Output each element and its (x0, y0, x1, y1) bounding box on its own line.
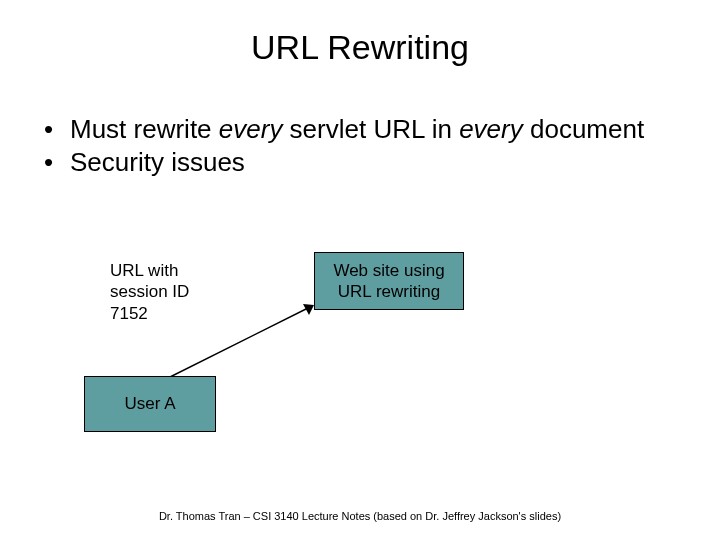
bullet-marker: • (44, 146, 70, 179)
text-fragment: Must rewrite (70, 114, 219, 144)
bullet-item: • Security issues (44, 146, 676, 179)
text-fragment: document (523, 114, 644, 144)
bullet-item: • Must rewrite every servlet URL in ever… (44, 113, 676, 146)
bullet-text: Must rewrite every servlet URL in every … (70, 113, 676, 146)
diagram: URL withsession ID7152 Web site usingURL… (0, 252, 720, 492)
bullet-list: • Must rewrite every servlet URL in ever… (44, 113, 676, 178)
slide-title: URL Rewriting (0, 28, 720, 67)
url-session-label: URL withsession ID7152 (110, 260, 189, 324)
bullet-marker: • (44, 113, 70, 146)
text-emphasis: every (459, 114, 523, 144)
user-box: User A (84, 376, 216, 432)
slide-footer: Dr. Thomas Tran – CSI 3140 Lecture Notes… (0, 510, 720, 522)
text-emphasis: every (219, 114, 283, 144)
website-box: Web site usingURL rewriting (314, 252, 464, 310)
bullet-text: Security issues (70, 146, 676, 179)
svg-marker-1 (303, 304, 314, 315)
text-fragment: servlet URL in (282, 114, 459, 144)
